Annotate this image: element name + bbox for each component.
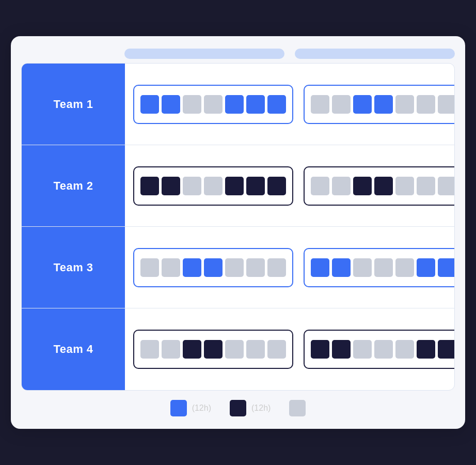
block	[183, 95, 201, 114]
legend-label-dark: (12h)	[251, 404, 271, 413]
block	[267, 95, 286, 114]
team-row-3: Team 3	[22, 227, 454, 308]
legend-item-gray	[289, 400, 306, 416]
block	[225, 340, 244, 359]
block	[311, 177, 329, 195]
team-label-4: Team 4	[22, 308, 125, 390]
team-label-1: Team 1	[22, 64, 125, 145]
legend-block-dark	[230, 400, 246, 416]
week-cell-team1-week2	[304, 85, 455, 124]
block	[183, 177, 201, 195]
block	[267, 177, 286, 195]
block	[395, 177, 414, 195]
block	[374, 177, 393, 195]
week-cell-team3-week2	[304, 248, 455, 287]
block	[162, 95, 180, 114]
block	[162, 258, 180, 277]
block	[225, 177, 244, 195]
block	[374, 95, 393, 114]
weeks-cells-4	[125, 320, 455, 378]
block	[225, 258, 244, 277]
team-row-4: Team 4	[22, 308, 454, 390]
block	[417, 258, 435, 277]
weeks-cells-2	[125, 157, 455, 215]
weeks-cells-3	[125, 239, 455, 297]
legend-block-gray	[289, 400, 306, 416]
team-label-3: Team 3	[22, 227, 125, 308]
block	[183, 340, 201, 359]
team-row-2: Team 2	[22, 145, 454, 227]
blocks-team2-week2	[311, 177, 455, 195]
block	[225, 95, 244, 114]
block	[204, 258, 223, 277]
legend-item-dark: (12h)	[230, 400, 271, 416]
weeks-cells-1	[125, 75, 455, 133]
block	[438, 95, 455, 114]
team-row-1: Team 1	[22, 64, 454, 145]
block	[140, 95, 159, 114]
block	[395, 258, 414, 277]
legend-block-blue	[170, 400, 187, 416]
week-cell-team2-week1	[133, 166, 293, 206]
block	[332, 258, 351, 277]
block	[332, 95, 351, 114]
block	[374, 340, 393, 359]
block	[246, 95, 265, 114]
block	[438, 340, 455, 359]
block	[417, 177, 435, 195]
legend-label-blue: (12h)	[192, 404, 211, 413]
blocks-team3-week2	[311, 258, 455, 277]
block	[332, 340, 351, 359]
block	[246, 340, 265, 359]
block	[311, 258, 329, 277]
block	[204, 177, 223, 195]
block	[140, 177, 159, 195]
week1-label	[124, 49, 284, 59]
week-cell-team2-week2	[304, 166, 455, 206]
block	[140, 340, 159, 359]
block	[417, 340, 435, 359]
block	[417, 95, 435, 114]
block	[140, 258, 159, 277]
block	[332, 177, 351, 195]
block	[311, 95, 329, 114]
legend-item-blue: (12h)	[170, 400, 211, 416]
block	[162, 340, 180, 359]
block	[246, 177, 265, 195]
block	[311, 340, 329, 359]
week2-label	[295, 49, 455, 59]
block	[204, 95, 223, 114]
block	[353, 258, 372, 277]
block	[353, 95, 372, 114]
week-cell-team3-week1	[133, 248, 293, 287]
block	[395, 95, 414, 114]
block	[267, 340, 286, 359]
blocks-team4-week2	[311, 340, 455, 359]
week-cell-team1-week1	[133, 85, 293, 124]
blocks-team3-week1	[140, 258, 286, 277]
block	[374, 258, 393, 277]
block	[183, 258, 201, 277]
blocks-team4-week1	[140, 340, 286, 359]
block	[204, 340, 223, 359]
team-label-2: Team 2	[22, 145, 125, 226]
legend: (12h) (12h)	[21, 400, 455, 419]
blocks-team1-week1	[140, 95, 286, 114]
blocks-team2-week1	[140, 177, 286, 195]
block	[162, 177, 180, 195]
block	[246, 258, 265, 277]
week-cell-team4-week2	[304, 330, 455, 369]
block	[395, 340, 414, 359]
block	[267, 258, 286, 277]
week-cell-team4-week1	[133, 330, 293, 369]
block	[438, 258, 455, 277]
main-card: Team 1Team 2Team 3Team 4 (12h) (12h)	[11, 36, 465, 429]
block	[353, 177, 372, 195]
header-row	[124, 49, 455, 59]
blocks-team1-week2	[311, 95, 455, 114]
block	[353, 340, 372, 359]
schedule-grid: Team 1Team 2Team 3Team 4	[21, 63, 455, 391]
block	[438, 177, 455, 195]
